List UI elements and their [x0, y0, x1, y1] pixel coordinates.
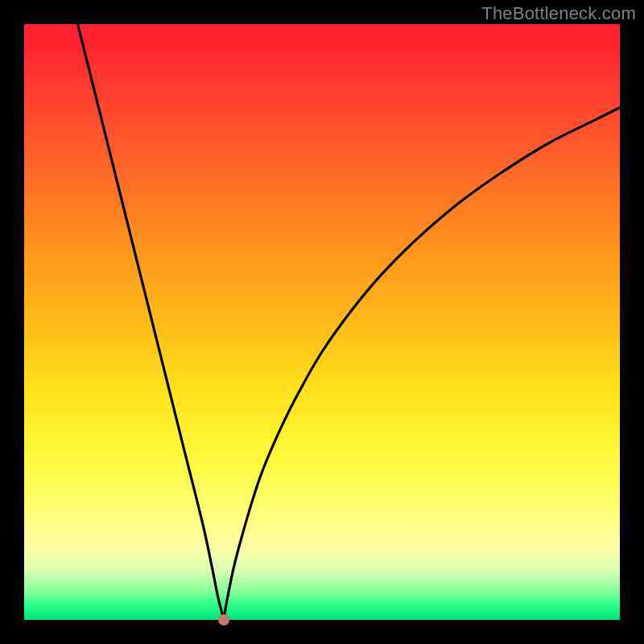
curve-left-branch [78, 24, 224, 620]
curve-right-branch [224, 108, 620, 620]
watermark-text: TheBottleneck.com [481, 3, 636, 24]
bottleneck-curve [24, 24, 620, 620]
chart-plot-area [24, 24, 620, 620]
optimal-point-marker [218, 614, 229, 625]
